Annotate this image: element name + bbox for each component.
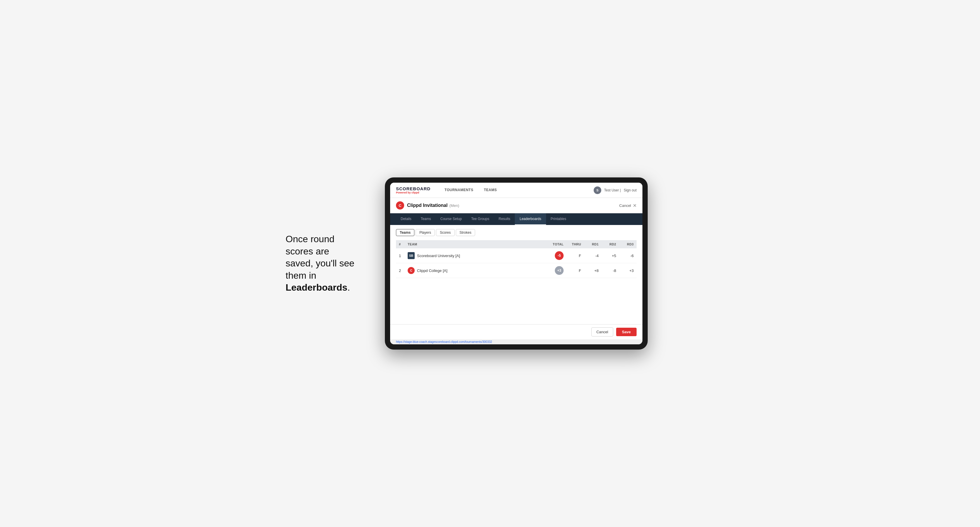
table-header-row: # TEAM TOTAL THRU RD1 RD2 RD3 — [396, 240, 636, 248]
col-rd2: RD2 — [601, 240, 619, 248]
tab-leaderboards[interactable]: Leaderboards — [515, 213, 546, 225]
toggle-scores[interactable]: Scores — [436, 229, 454, 236]
rd3-cell-1: -6 — [619, 248, 636, 263]
col-rank: # — [396, 240, 405, 248]
tablet-screen: SCOREBOARD Powered by clippd TOURNAMENTS… — [390, 183, 643, 344]
logo-area: SCOREBOARD Powered by clippd — [396, 186, 430, 194]
rank-cell: 1 — [396, 248, 405, 263]
sidebar-bold: Leaderboards — [286, 282, 347, 293]
rank-cell: 2 — [396, 263, 405, 278]
tournament-subtitle: (Men) — [449, 203, 459, 208]
page-wrapper: Once round scores are saved, you'll see … — [286, 178, 694, 349]
tab-tee-groups[interactable]: Tee Groups — [466, 213, 494, 225]
col-total: TOTAL — [543, 240, 566, 248]
toggle-players[interactable]: Players — [415, 229, 435, 236]
team-cell: SB Scoreboard University [A] — [405, 248, 543, 263]
team-logo-1: SB — [408, 252, 415, 259]
toggle-strokes[interactable]: Strokes — [456, 229, 476, 236]
nav-right: S Test User | Sign out — [593, 186, 636, 194]
thru-cell-2: F — [566, 263, 584, 278]
team-cell: C Clippd College [A] — [405, 263, 543, 278]
toggle-teams[interactable]: Teams — [396, 229, 414, 236]
rd2-cell-1: +5 — [601, 248, 619, 263]
rd1-cell-1: -4 — [584, 248, 601, 263]
score-badge-1: -5 — [555, 251, 563, 260]
col-rd3: RD3 — [619, 240, 636, 248]
team-logo-2: C — [408, 267, 415, 274]
tournament-header: C Clippd Invitational (Men) Cancel ✕ — [390, 198, 643, 213]
rd2-cell-2: -8 — [601, 263, 619, 278]
tab-bar: Details Teams Course Setup Tee Groups Re… — [390, 213, 643, 225]
tab-course-setup[interactable]: Course Setup — [436, 213, 466, 225]
nav-items: TOURNAMENTS TEAMS — [439, 183, 593, 198]
col-team: TEAM — [405, 240, 543, 248]
sidebar-line1: Once round — [286, 234, 334, 244]
sidebar-line2: scores are — [286, 246, 329, 257]
tournament-logo: C — [396, 202, 404, 210]
sidebar-line4: them in — [286, 270, 316, 281]
rd1-cell-2: +8 — [584, 263, 601, 278]
footer-cancel-button[interactable]: Cancel — [591, 327, 613, 337]
leaderboard-table: # TEAM TOTAL THRU RD1 RD2 RD3 1 — [396, 240, 636, 278]
tab-results[interactable]: Results — [494, 213, 515, 225]
tab-details[interactable]: Details — [396, 213, 416, 225]
team-name-2: Clippd College [A] — [417, 268, 447, 273]
tournament-cancel-button[interactable]: Cancel ✕ — [619, 203, 636, 208]
user-avatar: S — [593, 186, 601, 194]
tournament-title: Clippd Invitational — [407, 203, 448, 208]
status-url: https://stage-blue-coach.stagescoreboard… — [396, 340, 492, 343]
tablet-frame: SCOREBOARD Powered by clippd TOURNAMENTS… — [385, 178, 648, 349]
tab-teams[interactable]: Teams — [416, 213, 436, 225]
rd3-cell-2: +3 — [619, 263, 636, 278]
nav-item-tournaments[interactable]: TOURNAMENTS — [439, 183, 479, 198]
score-badge-2: +3 — [555, 266, 563, 275]
logo-powered: Powered by clippd — [396, 191, 430, 194]
total-cell-2: +3 — [543, 263, 566, 278]
thru-cell-1: F — [566, 248, 584, 263]
sidebar-line3: saved, you'll see — [286, 258, 355, 268]
status-bar: https://stage-blue-coach.stagescoreboard… — [390, 340, 643, 344]
tab-printables[interactable]: Printables — [546, 213, 571, 225]
col-rd1: RD1 — [584, 240, 601, 248]
user-name: Test User | — [604, 188, 621, 192]
logo-title: SCOREBOARD — [396, 186, 430, 191]
nav-item-teams[interactable]: TEAMS — [479, 183, 502, 198]
content-area: Teams Players Scores Strokes # TEAM TOTA… — [390, 225, 643, 324]
sidebar-description: Once round scores are saved, you'll see … — [286, 233, 368, 294]
top-nav: SCOREBOARD Powered by clippd TOURNAMENTS… — [390, 183, 643, 198]
table-row: 1 SB Scoreboard University [A] -5 F — [396, 248, 636, 263]
total-cell-1: -5 — [543, 248, 566, 263]
footer: Cancel Save — [390, 324, 643, 340]
sign-out-link[interactable]: Sign out — [624, 188, 636, 192]
close-icon: ✕ — [633, 203, 636, 208]
table-row: 2 C Clippd College [A] +3 F — [396, 263, 636, 278]
toggle-group: Teams Players Scores Strokes — [396, 229, 636, 236]
team-name-1: Scoreboard University [A] — [417, 254, 460, 258]
footer-save-button[interactable]: Save — [616, 328, 636, 336]
col-thru: THRU — [566, 240, 584, 248]
